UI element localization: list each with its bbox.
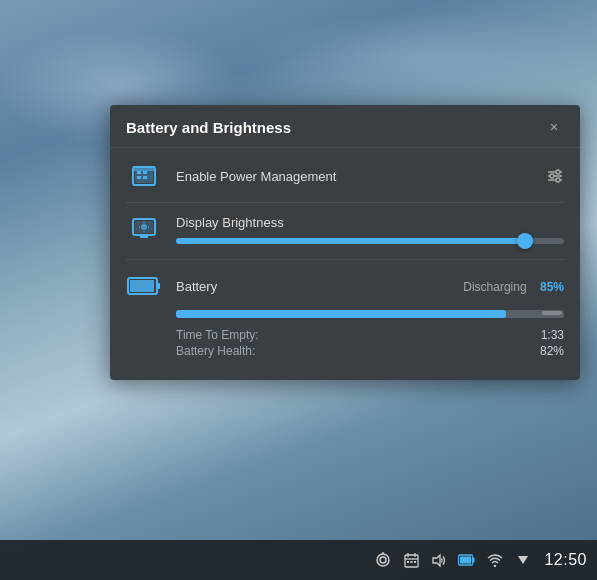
svg-rect-24 <box>130 280 154 292</box>
battery-bar-container: Time To Empty: 1:33 Battery Health: 82% <box>126 310 564 358</box>
svg-point-17 <box>141 224 147 230</box>
divider-2 <box>126 259 564 260</box>
taskbar-calendar-icon[interactable] <box>400 549 422 571</box>
svg-point-39 <box>494 565 496 567</box>
brightness-slider-wrapper: Display Brightness <box>176 215 564 244</box>
svg-rect-5 <box>137 176 141 179</box>
taskbar-power-icon[interactable] <box>372 549 394 571</box>
power-icon-svg <box>130 162 158 190</box>
taskbar-wifi-icon[interactable] <box>484 549 506 571</box>
battery-status-text: Discharging 85% <box>463 277 564 295</box>
svg-rect-34 <box>414 561 416 563</box>
divider-1 <box>126 202 564 203</box>
taskbar-volume-icon[interactable] <box>428 549 450 571</box>
time-to-empty-value: 1:33 <box>541 328 564 342</box>
svg-rect-3 <box>137 171 141 174</box>
battery-header-row: Battery Discharging 85% <box>126 268 564 304</box>
brightness-row: Display Brightness <box>110 205 580 257</box>
battery-icon <box>126 268 162 304</box>
battery-brightness-panel: Battery and Brightness × Enable Power Ma… <box>110 105 580 380</box>
svg-rect-38 <box>460 557 471 564</box>
panel-close-button[interactable]: × <box>544 117 564 137</box>
svg-point-10 <box>556 170 560 174</box>
battery-bar-track <box>176 310 564 318</box>
battery-header-content: Battery Discharging 85% <box>176 277 564 295</box>
battery-icon-svg <box>127 275 161 297</box>
battery-details: Time To Empty: 1:33 Battery Health: 82% <box>176 328 564 358</box>
svg-point-26 <box>380 557 386 563</box>
battery-health-value: 82% <box>540 344 564 358</box>
power-icon <box>126 158 162 194</box>
brightness-slider-track[interactable] <box>176 238 564 244</box>
svg-rect-2 <box>133 167 155 171</box>
battery-health-row: Battery Health: 82% <box>176 344 564 358</box>
brightness-icon <box>126 211 162 247</box>
time-to-empty-label: Time To Empty: <box>176 328 259 342</box>
svg-point-25 <box>377 554 389 566</box>
taskbar-system-tray: 12:50 <box>372 549 587 571</box>
svg-point-12 <box>556 178 560 182</box>
svg-rect-4 <box>143 171 147 174</box>
brightness-label: Display Brightness <box>176 215 564 230</box>
battery-time-row: Time To Empty: 1:33 <box>176 328 564 342</box>
battery-health-label: Battery Health: <box>176 344 255 358</box>
panel-title: Battery and Brightness <box>126 119 291 136</box>
svg-marker-40 <box>518 556 528 564</box>
panel-header: Battery and Brightness × <box>110 105 580 148</box>
settings-icon-svg <box>546 167 564 185</box>
monitor-icon-svg <box>130 215 158 243</box>
battery-bar-shine <box>542 311 562 315</box>
svg-rect-32 <box>407 561 409 563</box>
taskbar-clock: 12:50 <box>544 551 587 569</box>
taskbar-battery-icon[interactable] <box>456 549 478 571</box>
taskbar-dropdown-icon[interactable] <box>512 549 534 571</box>
taskbar: 12:50 <box>0 540 597 580</box>
power-management-label: Enable Power Management <box>176 169 546 184</box>
battery-title: Battery <box>176 279 217 294</box>
settings-button[interactable] <box>546 167 564 185</box>
battery-percent-value: 85% <box>540 280 564 294</box>
svg-rect-6 <box>143 176 147 179</box>
svg-point-11 <box>550 174 554 178</box>
battery-bar-fill <box>176 310 506 318</box>
svg-rect-37 <box>473 558 475 563</box>
svg-rect-33 <box>410 561 412 563</box>
svg-marker-35 <box>433 555 440 566</box>
svg-rect-23 <box>157 283 160 289</box>
brightness-slider-thumb[interactable] <box>517 233 533 249</box>
power-management-row: Enable Power Management <box>110 148 580 200</box>
brightness-slider-fill <box>176 238 525 244</box>
battery-discharging-label: Discharging <box>463 280 526 294</box>
battery-section: Battery Discharging 85% Time To Empty: 1… <box>110 262 580 364</box>
